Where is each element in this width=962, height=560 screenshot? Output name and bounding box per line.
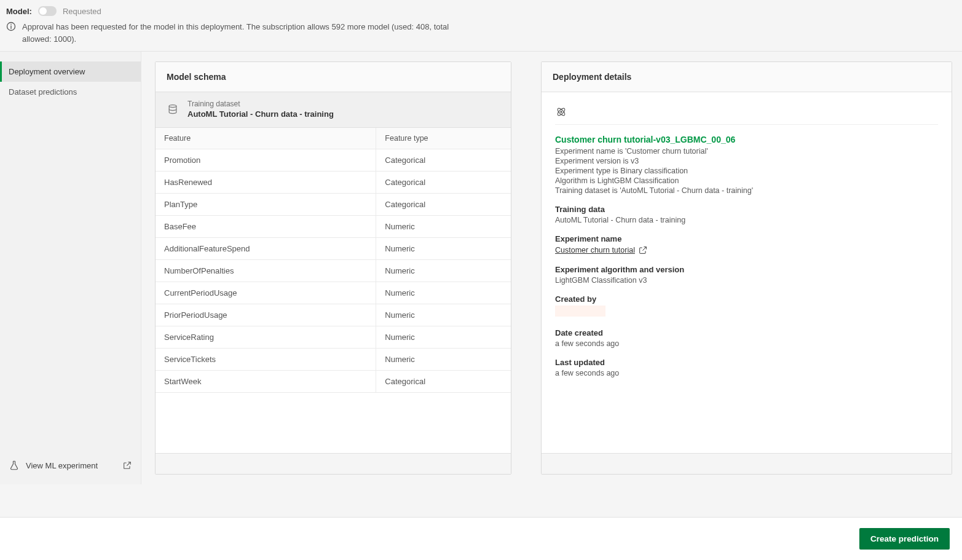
view-ml-experiment-link[interactable]: View ML experiment (0, 460, 141, 471)
feature-type-cell: Numeric (376, 349, 511, 370)
bottombar: Create prediction (0, 517, 962, 560)
date-created-label: Date created (555, 328, 938, 337)
date-created-value: a few seconds ago (555, 339, 938, 348)
feature-type-cell: Numeric (376, 304, 511, 326)
database-icon (167, 103, 179, 116)
last-updated-label: Last updated (555, 358, 938, 367)
last-updated-value: a few seconds ago (555, 369, 938, 377)
deployment-details-title: Deployment details (542, 62, 952, 92)
feature-cell: BaseFee (156, 216, 376, 237)
table-row: ServiceTicketsNumeric (156, 349, 511, 371)
feature-cell: PlanType (156, 194, 376, 215)
schema-footer (156, 453, 511, 474)
feature-cell: HasRenewed (156, 172, 376, 193)
experiment-name-label: Experiment name (555, 234, 938, 243)
created-by-label: Created by (555, 294, 938, 304)
table-row: AdditionalFeatureSpendNumeric (156, 238, 511, 260)
training-data-value: AutoML Tutorial - Churn data - training (555, 216, 938, 224)
deployment-meta-line: Experiment type is Binary classification (555, 167, 938, 175)
experiment-name-value: Customer churn tutorial (555, 246, 635, 254)
sidebar-item-dataset-predictions[interactable]: Dataset predictions (0, 82, 141, 102)
feature-type-cell: Numeric (376, 282, 511, 304)
feature-cell: PriorPeriodUsage (156, 304, 376, 326)
feature-cell: NumberOfPenalties (156, 260, 376, 282)
table-row: PromotionCategorical (156, 149, 511, 172)
external-link-icon (638, 245, 648, 255)
deployment-meta-line: Experiment version is v3 (555, 157, 938, 165)
deployment-details-panel: Deployment details Customer churn tutori… (541, 61, 952, 475)
training-dataset-name: AutoML Tutorial - Churn data - training (187, 109, 334, 119)
feature-type-cell: Numeric (376, 238, 511, 259)
feature-type-cell: Numeric (376, 326, 511, 348)
column-header-feature: Feature (156, 128, 376, 149)
feature-type-cell: Numeric (376, 216, 511, 237)
training-data-label: Training data (555, 205, 938, 214)
feature-cell: CurrentPeriodUsage (156, 282, 376, 304)
feature-type-cell: Categorical (376, 371, 511, 392)
details-footer (542, 453, 952, 474)
deployment-meta-line: Training dataset is 'AutoML Tutorial - C… (555, 186, 938, 195)
deployment-name: Customer churn tutorial-v03_LGBMC_00_06 (555, 135, 938, 144)
table-row: CurrentPeriodUsageNumeric (156, 282, 511, 304)
training-dataset-strip: Training dataset AutoML Tutorial - Churn… (156, 92, 511, 128)
flask-icon (9, 460, 20, 471)
table-row: HasRenewedCategorical (156, 172, 511, 194)
feature-cell: StartWeek (156, 371, 376, 392)
svg-point-6 (561, 111, 562, 112)
table-row: ServiceRatingNumeric (156, 326, 511, 349)
info-icon (6, 22, 16, 31)
feature-cell: Promotion (156, 149, 376, 171)
feature-type-cell: Categorical (376, 172, 511, 193)
schema-header-row: Feature Feature type (156, 128, 511, 149)
feature-cell: ServiceRating (156, 326, 376, 348)
external-link-icon (122, 460, 132, 470)
column-header-feature-type: Feature type (376, 128, 511, 149)
atom-icon (555, 106, 938, 118)
created-by-redacted (555, 306, 605, 317)
table-row: NumberOfPenaltiesNumeric (156, 260, 511, 282)
model-toggle-status: Requested (63, 7, 101, 16)
sidebar: Deployment overviewDataset predictions V… (0, 52, 141, 484)
algorithm-label: Experiment algorithm and version (555, 265, 938, 274)
model-label: Model: (6, 7, 32, 16)
feature-type-cell: Categorical (376, 194, 511, 215)
topbar: Model: Requested Approval has been reque… (0, 0, 962, 52)
svg-point-2 (10, 24, 12, 25)
table-row: StartWeekCategorical (156, 371, 511, 393)
deployment-meta-line: Experiment name is 'Customer churn tutor… (555, 147, 938, 156)
feature-type-cell: Categorical (376, 149, 511, 171)
feature-cell: ServiceTickets (156, 349, 376, 370)
view-ml-experiment-label: View ML experiment (26, 461, 98, 470)
table-row: BaseFeeNumeric (156, 216, 511, 238)
table-row: PlanTypeCategorical (156, 194, 511, 216)
experiment-name-link[interactable]: Customer churn tutorial (555, 245, 648, 255)
approval-notice: Approval has been requested for the mode… (22, 21, 452, 45)
model-schema-title: Model schema (156, 62, 511, 92)
feature-cell: AdditionalFeatureSpend (156, 238, 376, 259)
model-toggle[interactable] (38, 6, 57, 16)
table-row: PriorPeriodUsageNumeric (156, 304, 511, 326)
algorithm-value: LightGBM Classification v3 (555, 276, 938, 285)
model-schema-panel: Model schema Training dataset AutoML Tut… (155, 61, 511, 475)
create-prediction-button[interactable]: Create prediction (859, 528, 950, 550)
deployment-meta-line: Algorithm is LightGBM Classification (555, 176, 938, 185)
training-dataset-label: Training dataset (187, 100, 334, 108)
svg-point-3 (169, 105, 176, 107)
sidebar-item-deployment-overview[interactable]: Deployment overview (0, 61, 141, 82)
feature-type-cell: Numeric (376, 260, 511, 282)
